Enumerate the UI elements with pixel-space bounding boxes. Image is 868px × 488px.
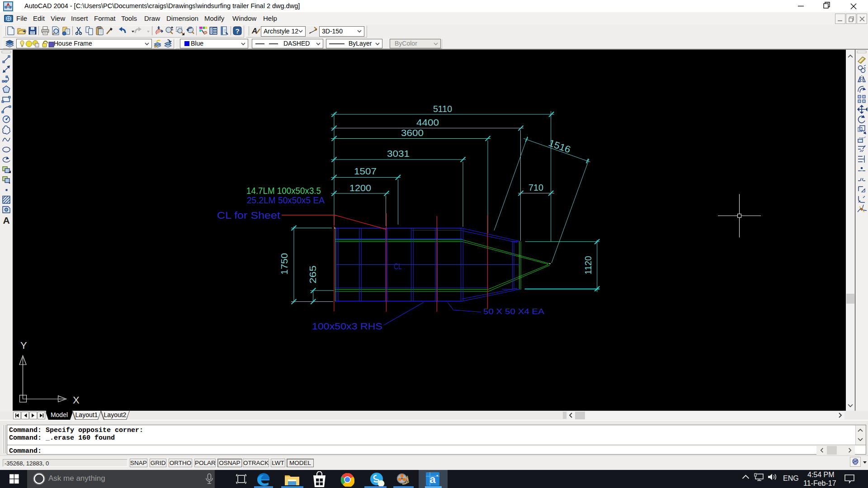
svg-text:25.2LM 50x50x5 EA: 25.2LM 50x50x5 EA [247,195,325,205]
svg-text:1750: 1750 [279,253,289,275]
svg-text:3600: 3600 [401,127,424,138]
svg-text:3031: 3031 [387,148,410,159]
svg-text:A: A [3,215,9,225]
svg-text:1120: 1120 [583,256,593,275]
svg-text:50 X 50 X4 EA: 50 X 50 X4 EA [483,307,545,316]
svg-text:CL: CL [394,262,402,271]
svg-text:CL for Sheet: CL for Sheet [217,210,280,221]
svg-text:5110: 5110 [433,103,452,114]
svg-text:710: 710 [528,182,543,192]
svg-text:4400: 4400 [416,117,439,127]
svg-text:1507: 1507 [354,166,377,176]
svg-text:265: 265 [307,266,318,284]
svg-text:X: X [73,394,80,406]
svg-text:1200: 1200 [349,183,371,193]
svg-text:A: A [251,27,257,35]
svg-text:Y: Y [20,340,27,351]
svg-text:14.7LM 100x50x3.5: 14.7LM 100x50x3.5 [246,186,321,196]
svg-text:?: ? [235,27,239,35]
svg-text:100x50x3 RHS: 100x50x3 RHS [312,321,382,331]
svg-text:a: a [429,473,436,485]
